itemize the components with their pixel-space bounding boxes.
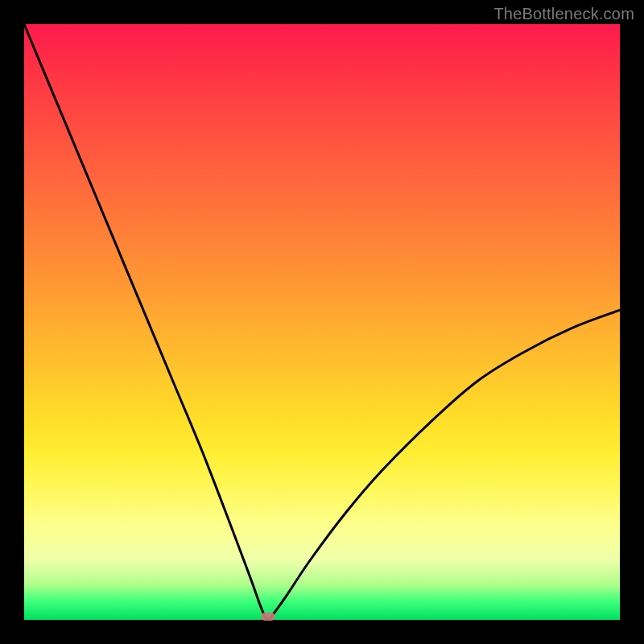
- plot-area: [24, 24, 620, 620]
- optimum-marker: [261, 613, 275, 621]
- chart-frame: TheBottleneck.com: [0, 0, 644, 644]
- watermark-text: TheBottleneck.com: [493, 5, 634, 23]
- bottleneck-curve: [24, 24, 620, 620]
